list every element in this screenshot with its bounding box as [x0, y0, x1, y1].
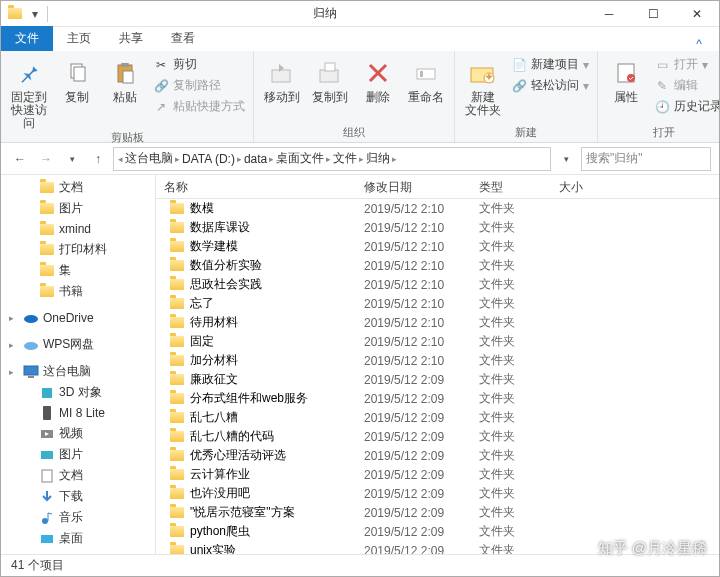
- expand-icon[interactable]: ▸: [9, 367, 19, 377]
- easyaccess-button[interactable]: 🔗轻松访问▾: [509, 76, 591, 95]
- delete-button[interactable]: 删除: [356, 53, 400, 104]
- properties-button[interactable]: 属性: [604, 53, 648, 104]
- nav-item[interactable]: ▸WPS网盘: [1, 334, 155, 355]
- nav-item[interactable]: 文档: [1, 177, 155, 198]
- nav-item[interactable]: 图片: [1, 198, 155, 219]
- tab-share[interactable]: 共享: [105, 26, 157, 51]
- list-item[interactable]: 廉政征文2019/5/12 2:09文件夹: [156, 370, 719, 389]
- paste-button[interactable]: 粘贴: [103, 53, 147, 104]
- forward-button[interactable]: →: [35, 148, 57, 170]
- folder-icon: [170, 450, 184, 461]
- list-item[interactable]: "悦居示范寝室"方案2019/5/12 2:09文件夹: [156, 503, 719, 522]
- folder-icon: [170, 526, 184, 537]
- svg-point-24: [42, 518, 48, 524]
- col-size[interactable]: 大小: [551, 175, 719, 198]
- nav-item[interactable]: 集: [1, 260, 155, 281]
- list-item[interactable]: 思政社会实践2019/5/12 2:10文件夹: [156, 275, 719, 294]
- col-date[interactable]: 修改日期: [356, 175, 471, 198]
- folder-icon: [39, 201, 55, 217]
- edit-icon: ✎: [654, 78, 670, 94]
- history-icon: 🕘: [654, 99, 670, 115]
- list-item[interactable]: 数模2019/5/12 2:10文件夹: [156, 199, 719, 218]
- nav-item[interactable]: 下载: [1, 486, 155, 507]
- navigation-pane[interactable]: 文档图片xmind打印材料集书籍▸OneDrive▸WPS网盘▸这台电脑3D 对…: [1, 175, 156, 556]
- list-item[interactable]: 加分材料2019/5/12 2:10文件夹: [156, 351, 719, 370]
- list-item[interactable]: 也许没用吧2019/5/12 2:09文件夹: [156, 484, 719, 503]
- breadcrumb-segment[interactable]: 归纳: [366, 150, 390, 167]
- svg-point-16: [24, 342, 38, 350]
- expand-icon[interactable]: ▸: [9, 313, 19, 323]
- list-item[interactable]: 乱七八糟的代码2019/5/12 2:09文件夹: [156, 427, 719, 446]
- nav-item[interactable]: 桌面: [1, 528, 155, 549]
- list-item[interactable]: 数据库课设2019/5/12 2:10文件夹: [156, 218, 719, 237]
- copyto-button[interactable]: 复制到: [308, 53, 352, 104]
- file-list[interactable]: 名称 修改日期 类型 大小 数模2019/5/12 2:10文件夹数据库课设20…: [156, 175, 719, 556]
- list-item[interactable]: 优秀心理活动评选2019/5/12 2:09文件夹: [156, 446, 719, 465]
- nav-item[interactable]: MI 8 Lite: [1, 403, 155, 423]
- list-item[interactable]: 固定2019/5/12 2:10文件夹: [156, 332, 719, 351]
- breadcrumb-segment[interactable]: 这台电脑: [125, 150, 173, 167]
- breadcrumb-segment[interactable]: 文件: [333, 150, 357, 167]
- list-item[interactable]: 乱七八糟2019/5/12 2:09文件夹: [156, 408, 719, 427]
- moveto-icon: [266, 57, 298, 89]
- list-item[interactable]: 忘了2019/5/12 2:10文件夹: [156, 294, 719, 313]
- svg-text:✦: ✦: [484, 70, 494, 84]
- qat-item[interactable]: ▾: [27, 6, 43, 22]
- cut-button[interactable]: ✂剪切: [151, 55, 247, 74]
- breadcrumb-segment[interactable]: data: [244, 152, 267, 166]
- refresh-button[interactable]: ▾: [555, 148, 577, 170]
- item-count: 41 个项目: [11, 557, 64, 574]
- ribbon-collapse-button[interactable]: ^: [679, 37, 719, 51]
- rename-button[interactable]: 重命名: [404, 53, 448, 104]
- nav-item[interactable]: 书籍: [1, 281, 155, 302]
- list-item[interactable]: 待用材料2019/5/12 2:10文件夹: [156, 313, 719, 332]
- svg-rect-18: [28, 376, 34, 378]
- ribbon: 固定到 快速访问 复制 粘贴 ✂剪切 🔗复制路径 ↗粘贴快捷方式 剪贴板 移动到…: [1, 51, 719, 143]
- group-label: 新建: [461, 125, 591, 142]
- svg-rect-3: [121, 63, 129, 67]
- close-button[interactable]: ✕: [675, 1, 719, 27]
- copy-icon: [61, 57, 93, 89]
- newitem-button[interactable]: 📄新建项目▾: [509, 55, 591, 74]
- recent-dropdown[interactable]: ▾: [61, 148, 83, 170]
- paste-shortcut-button[interactable]: ↗粘贴快捷方式: [151, 97, 247, 116]
- breadcrumb-segment[interactable]: DATA (D:): [182, 152, 235, 166]
- nav-item[interactable]: ▸OneDrive: [1, 308, 155, 328]
- moveto-button[interactable]: 移动到: [260, 53, 304, 104]
- list-item[interactable]: 数学建模2019/5/12 2:10文件夹: [156, 237, 719, 256]
- up-button[interactable]: ↑: [87, 148, 109, 170]
- svg-rect-5: [272, 70, 290, 82]
- nav-item[interactable]: 打印材料: [1, 239, 155, 260]
- tab-home[interactable]: 主页: [53, 26, 105, 51]
- col-type[interactable]: 类型: [471, 175, 551, 198]
- nav-item[interactable]: 视频: [1, 423, 155, 444]
- expand-icon[interactable]: ▸: [9, 340, 19, 350]
- nav-item[interactable]: 文档: [1, 465, 155, 486]
- search-input[interactable]: 搜索"归纳": [581, 147, 711, 171]
- list-item[interactable]: python爬虫2019/5/12 2:09文件夹: [156, 522, 719, 541]
- tab-view[interactable]: 查看: [157, 26, 209, 51]
- nav-item[interactable]: ▸这台电脑: [1, 361, 155, 382]
- open-button[interactable]: ▭打开▾: [652, 55, 720, 74]
- list-item[interactable]: 数值分析实验2019/5/12 2:10文件夹: [156, 256, 719, 275]
- breadcrumb[interactable]: ◂这台电脑▸DATA (D:)▸data▸桌面文件▸文件▸归纳▸: [113, 147, 551, 171]
- pin-quickaccess-button[interactable]: 固定到 快速访问: [7, 53, 51, 130]
- breadcrumb-segment[interactable]: 桌面文件: [276, 150, 324, 167]
- list-item[interactable]: 云计算作业2019/5/12 2:09文件夹: [156, 465, 719, 484]
- 3d-icon: [39, 385, 55, 401]
- nav-item[interactable]: xmind: [1, 219, 155, 239]
- nav-item[interactable]: 3D 对象: [1, 382, 155, 403]
- maximize-button[interactable]: ☐: [631, 1, 675, 27]
- nav-item[interactable]: 图片: [1, 444, 155, 465]
- col-name[interactable]: 名称: [156, 175, 356, 198]
- tab-file[interactable]: 文件: [1, 26, 53, 51]
- newfolder-button[interactable]: ✦新建 文件夹: [461, 53, 505, 117]
- history-button[interactable]: 🕘历史记录: [652, 97, 720, 116]
- edit-button[interactable]: ✎编辑: [652, 76, 720, 95]
- list-item[interactable]: 分布式组件和web服务2019/5/12 2:09文件夹: [156, 389, 719, 408]
- nav-item[interactable]: 音乐: [1, 507, 155, 528]
- copy-button[interactable]: 复制: [55, 53, 99, 104]
- back-button[interactable]: ←: [9, 148, 31, 170]
- minimize-button[interactable]: ─: [587, 1, 631, 27]
- copypath-button[interactable]: 🔗复制路径: [151, 76, 247, 95]
